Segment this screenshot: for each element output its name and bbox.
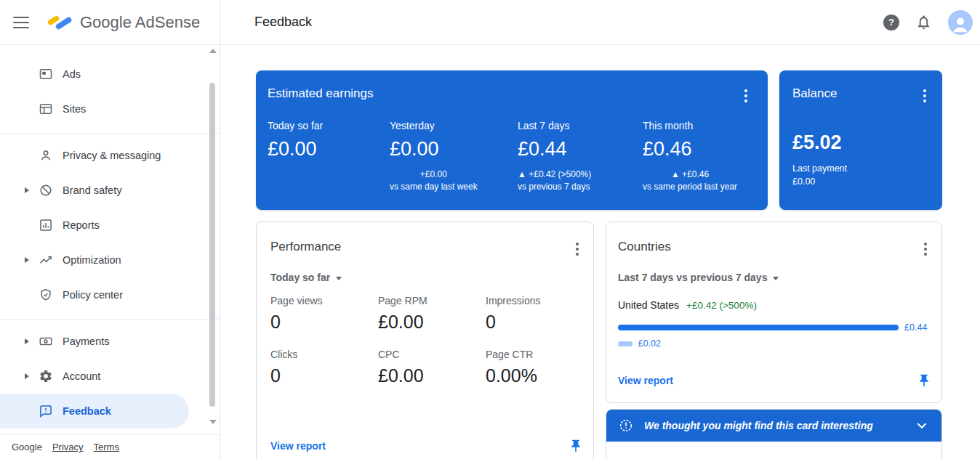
page-title: Feedback <box>254 15 312 30</box>
chevron-down-icon[interactable] <box>914 418 930 434</box>
card-title: Balance <box>792 86 837 101</box>
countries-card: Countries Last 7 days vs previous 7 days… <box>606 222 942 403</box>
nav-section-divider <box>0 133 220 134</box>
earnings-metric: Yesterday £0.00 +£0.00 vs same day last … <box>390 120 518 194</box>
expand-caret-icon[interactable] <box>25 257 29 263</box>
sidebar-item-optimization[interactable]: Optimization <box>0 243 220 277</box>
google-footer-label: Google <box>12 442 42 452</box>
country-delta: +£0.42 (>500%) <box>686 300 757 311</box>
sidebar-item-label: Privacy & messaging <box>0 150 161 161</box>
sidebar-item-account[interactable]: Account <box>0 359 220 394</box>
sidebar-divider <box>220 0 220 459</box>
scroll-down-arrow-icon[interactable] <box>209 420 217 424</box>
brand-safety-icon <box>38 182 54 198</box>
reports-icon <box>38 217 54 233</box>
country-previous-bar: £0.02 <box>618 338 930 349</box>
topbar-actions: ? <box>883 10 980 35</box>
sidebar-item-sites[interactable]: Sites <box>0 92 220 126</box>
policy-center-icon <box>38 287 54 303</box>
topbar-brand-area: Google AdSense <box>0 9 220 36</box>
country-name: United States <box>618 299 679 311</box>
main-content: Estimated earnings Today so far £0.00 Ye… <box>220 45 980 459</box>
notifications-bell-icon[interactable] <box>915 14 932 31</box>
sidebar-item-privacy-messaging[interactable]: Privacy & messaging <box>0 138 220 173</box>
scroll-up-arrow-icon[interactable] <box>209 49 217 53</box>
suggestion-text: We thought you might find this card inte… <box>644 420 873 431</box>
performance-metric: Impressions 0 <box>486 295 593 333</box>
estimated-earnings-card: Estimated earnings Today so far £0.00 Ye… <box>256 70 768 210</box>
dropdown-arrow-icon <box>336 277 342 280</box>
top-app-bar: Google AdSense Feedback ? <box>0 0 980 45</box>
kebab-menu-icon[interactable] <box>742 86 750 105</box>
sites-icon <box>38 101 54 117</box>
sidebar-item-feedback[interactable]: Feedback <box>0 394 189 428</box>
brand-name: Google AdSense <box>80 13 200 32</box>
sidebar-item-label: Optimization <box>0 254 121 266</box>
tip-badge-icon <box>618 418 634 434</box>
expand-caret-icon[interactable] <box>25 373 29 379</box>
bar-value-label: £0.02 <box>638 338 661 349</box>
suggestion-card: We thought you might find this card inte… <box>606 409 942 459</box>
privacy-messaging-icon <box>38 147 54 163</box>
last-payment-value: £0.00 <box>792 176 929 189</box>
sidebar-item-label: Feedback <box>0 405 111 417</box>
suggestion-banner[interactable]: We thought you might find this card inte… <box>606 410 941 442</box>
kebab-menu-icon[interactable] <box>921 240 930 259</box>
sidebar-item-policy-center[interactable]: Policy center <box>0 277 220 312</box>
earnings-metric: Last 7 days £0.44 ▲ +£0.42 (>500%) vs pr… <box>518 120 643 194</box>
view-report-link[interactable]: View report <box>270 440 326 452</box>
hamburger-menu-icon[interactable] <box>13 17 29 28</box>
sidebar-item-label: Policy center <box>0 289 123 301</box>
sidebar-item-label: Brand safety <box>0 184 121 196</box>
adsense-logo-icon <box>47 9 73 36</box>
feedback-icon <box>38 403 54 419</box>
pin-icon[interactable] <box>917 373 931 388</box>
account-avatar[interactable] <box>948 10 973 35</box>
performance-metric: CPC £0.00 <box>378 349 486 386</box>
sidebar-item-brand-safety[interactable]: Brand safety <box>0 173 220 208</box>
kebab-menu-icon[interactable] <box>573 240 582 259</box>
payments-icon <box>38 333 54 349</box>
earnings-metric: Today so far £0.00 <box>268 120 390 194</box>
sidebar-scrollbar[interactable] <box>209 45 216 434</box>
sidebar-item-payments[interactable]: Payments <box>0 324 220 359</box>
sidebar-item-reports[interactable]: Reports <box>0 208 220 243</box>
country-row: United States +£0.42 (>500%) <box>618 299 930 311</box>
country-current-bar: £0.44 <box>618 322 930 333</box>
performance-metric: Clicks 0 <box>270 349 378 386</box>
countries-range-dropdown[interactable]: Last 7 days vs previous 7 days <box>618 272 779 283</box>
performance-metric: Page RPM £0.00 <box>378 295 486 333</box>
card-title: Performance <box>270 240 341 254</box>
sidebar-footer: Google Privacy Terms <box>0 434 220 459</box>
help-icon[interactable]: ? <box>883 15 899 31</box>
balance-value: £5.02 <box>792 131 929 154</box>
scrollbar-thumb[interactable] <box>209 83 215 407</box>
performance-metric: Page CTR 0.00% <box>486 349 593 386</box>
performance-card: Performance Today so far Page views 0 Pa… <box>256 222 594 459</box>
last-payment-label: Last payment <box>792 163 929 176</box>
ads-icon <box>38 66 54 82</box>
nav-section-divider <box>0 319 220 320</box>
dropdown-arrow-icon <box>773 277 779 280</box>
expand-caret-icon[interactable] <box>25 338 29 344</box>
performance-metric: Page views 0 <box>270 295 378 333</box>
privacy-link[interactable]: Privacy <box>52 442 84 452</box>
terms-link[interactable]: Terms <box>94 442 119 452</box>
kebab-menu-icon[interactable] <box>920 86 929 105</box>
balance-card: Balance £5.02 Last payment £0.00 <box>779 70 942 210</box>
card-title: Estimated earnings <box>268 86 374 101</box>
earnings-metric: This month £0.46 ▲ +£0.46 vs same period… <box>643 120 737 194</box>
sidebar-item-label: Payments <box>0 336 109 347</box>
view-report-link[interactable]: View report <box>618 375 673 386</box>
card-title: Countries <box>618 240 671 254</box>
expand-caret-icon[interactable] <box>25 187 29 193</box>
sidebar-item-ads[interactable]: Ads <box>0 57 220 92</box>
pin-icon[interactable] <box>569 439 583 453</box>
performance-range-dropdown[interactable]: Today so far <box>270 272 342 283</box>
bar-value-label: £0.44 <box>904 322 927 333</box>
account-settings-gear-icon <box>38 368 54 384</box>
optimization-icon <box>38 252 54 268</box>
navigation-drawer: Ads Sites Privacy & messaging Brand safe… <box>0 45 220 459</box>
